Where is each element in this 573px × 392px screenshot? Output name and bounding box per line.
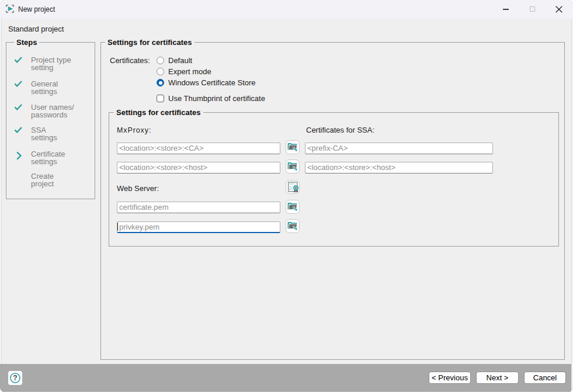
svg-text:0.1: 0.1 [289,188,293,190]
svg-text:?: ? [13,374,17,382]
